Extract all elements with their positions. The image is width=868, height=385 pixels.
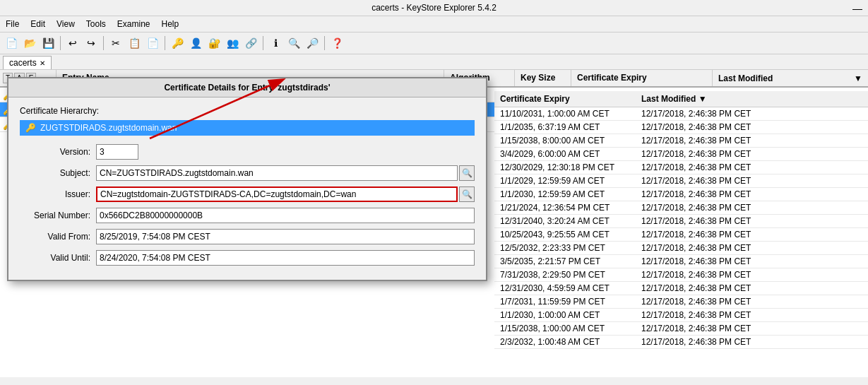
help-button[interactable]: ❓	[328, 35, 345, 52]
right-data-row[interactable]: 12/5/2032, 2:23:33 PM CET12/17/2018, 2:4…	[494, 242, 868, 255]
col-header-expiry[interactable]: Certificate Expiry	[571, 70, 713, 86]
right-expiry-cell: 7/31/2038, 2:29:50 PM CET	[500, 270, 641, 280]
undo-button[interactable]: ↩	[64, 35, 81, 52]
key-pair-button[interactable]: 🔑	[169, 35, 186, 52]
menu-tools[interactable]: Tools	[83, 18, 109, 30]
right-expiry-cell: 1/7/2031, 11:59:59 PM CET	[500, 297, 641, 307]
serial-input[interactable]	[96, 208, 475, 223]
cert-button[interactable]: 🔐	[206, 35, 222, 52]
right-expiry-cell: 1/1/2029, 12:59:59 AM CET	[500, 176, 641, 186]
zoom-button[interactable]: 🔍	[285, 35, 302, 52]
right-data-row[interactable]: 12/31/2030, 4:59:59 AM CET12/17/2018, 2:…	[494, 282, 868, 295]
issuer-input[interactable]	[96, 186, 458, 202]
right-modified-cell: 12/17/2018, 2:46:38 PM CET	[641, 310, 862, 320]
menu-help[interactable]: Help	[159, 18, 182, 30]
right-modified-cell: 12/17/2018, 2:46:38 PM CET	[641, 243, 862, 253]
paste-button[interactable]: 📄	[144, 35, 161, 52]
right-data-row[interactable]: 7/31/2038, 2:29:50 PM CET12/17/2018, 2:4…	[494, 268, 868, 282]
toolbar-separator-4	[263, 36, 263, 50]
menu-examine[interactable]: Examine	[114, 18, 153, 30]
serial-label: Serial Number:	[20, 211, 90, 220]
right-expiry-cell: 3/5/2035, 2:21:57 PM CET	[500, 256, 641, 266]
right-data-row[interactable]: 1/1/2035, 6:37:19 AM CET12/17/2018, 2:46…	[494, 121, 868, 134]
right-data-row[interactable]: 1/1/2030, 1:00:00 AM CET12/17/2018, 2:46…	[494, 309, 868, 322]
issuer-label: Issuer:	[20, 189, 90, 199]
open-button[interactable]: 📂	[21, 35, 38, 52]
right-modified-cell: 12/17/2018, 2:46:38 PM CET	[641, 189, 862, 199]
right-data-row[interactable]: 3/5/2035, 2:21:57 PM CET12/17/2018, 2:46…	[494, 255, 868, 268]
version-input[interactable]	[96, 144, 138, 160]
valid-until-row: Valid Until:	[20, 250, 475, 266]
info-button[interactable]: ℹ	[267, 35, 284, 52]
tab-label: cacerts	[9, 58, 37, 68]
right-expiry-cell: 2/3/2032, 1:00:48 AM CET	[500, 337, 641, 347]
right-modified-cell: 12/17/2018, 2:46:38 PM CET	[641, 136, 862, 146]
new-button[interactable]: 📄	[3, 35, 20, 52]
subject-input[interactable]	[96, 165, 458, 181]
right-expiry-cell: 1/15/2038, 8:00:00 AM CET	[500, 136, 641, 146]
col-header-keysize[interactable]: Key Size	[515, 70, 571, 86]
menu-edit[interactable]: Edit	[28, 18, 48, 30]
cert-tree: 🔑 ZUGTSTDIRADS.zugtstdomain.wan	[20, 120, 475, 136]
right-data-row[interactable]: 1/1/2029, 12:59:59 AM CET12/17/2018, 2:4…	[494, 174, 868, 188]
col-header-modified[interactable]: Last Modified ▼	[713, 70, 868, 86]
right-data-row[interactable]: 1/21/2024, 12:36:54 PM CET12/17/2018, 2:…	[494, 201, 868, 215]
cert-tree-item[interactable]: 🔑 ZUGTSTDIRADS.zugtstdomain.wan	[20, 120, 475, 136]
save-button[interactable]: 💾	[40, 35, 57, 52]
right-modified-cell: 12/17/2018, 2:46:38 PM CET	[641, 324, 862, 333]
right-modified-cell: 12/17/2018, 2:46:38 PM CET	[641, 297, 862, 307]
right-data-row[interactable]: 1/7/2031, 11:59:59 PM CET12/17/2018, 2:4…	[494, 295, 868, 309]
dialog-title: Certificate Details for Entry 'zugtstdir…	[8, 78, 486, 97]
toolbar-separator-5	[324, 36, 325, 50]
right-expiry-cell: 12/31/2030, 4:59:59 AM CET	[500, 283, 641, 293]
subject-row: Subject: 🔍	[20, 165, 475, 181]
main-area: T A E Entry Name Algorithm Key Size Cert…	[0, 70, 868, 377]
right-data-row[interactable]: 11/10/2031, 1:00:00 AM CET12/17/2018, 2:…	[494, 107, 868, 121]
right-panel: Certificate Expiry Last Modified ▼ 11/10…	[494, 91, 868, 377]
menu-file[interactable]: File	[3, 18, 22, 30]
subject-label: Subject:	[20, 168, 90, 178]
right-data-row[interactable]: 2/3/2032, 1:00:48 AM CET12/17/2018, 2:46…	[494, 336, 868, 349]
right-expiry-cell: 3/4/2029, 6:00:00 AM CET	[500, 149, 641, 159]
issuer-field-group: 🔍	[96, 186, 475, 202]
menu-view[interactable]: View	[54, 18, 78, 30]
right-data-row[interactable]: 1/15/2038, 1:00:00 AM CET12/17/2018, 2:4…	[494, 322, 868, 336]
right-modified-cell: 12/17/2018, 2:46:38 PM CET	[641, 176, 862, 186]
subject-detail-button[interactable]: 🔍	[459, 165, 475, 181]
right-modified-header: Last Modified ▼	[641, 94, 862, 104]
right-modified-cell: 12/17/2018, 2:46:38 PM CET	[641, 109, 862, 119]
redo-button[interactable]: ↪	[83, 35, 100, 52]
right-data-row[interactable]: 1/1/2030, 12:59:59 AM CET12/17/2018, 2:4…	[494, 188, 868, 201]
tab-close-button[interactable]: ✕	[40, 59, 45, 67]
copy-button[interactable]: 📋	[126, 35, 143, 52]
right-data-row[interactable]: 3/4/2029, 6:00:00 AM CET12/17/2018, 2:46…	[494, 148, 868, 161]
cert-details-dialog: Certificate Details for Entry 'zugtstdir…	[7, 77, 487, 281]
right-data-rows: 11/10/2031, 1:00:00 AM CET12/17/2018, 2:…	[494, 107, 868, 349]
group-button[interactable]: 👥	[224, 35, 241, 52]
hierarchy-label: Certificate Hierarchy:	[20, 106, 475, 116]
issuer-row: Issuer: 🔍	[20, 186, 475, 202]
right-expiry-cell: 1/15/2038, 1:00:00 AM CET	[500, 324, 641, 333]
right-data-row[interactable]: 12/30/2029, 12:30:18 PM CET12/17/2018, 2…	[494, 161, 868, 174]
right-data-row[interactable]: 12/31/2040, 3:20:24 AM CET12/17/2018, 2:…	[494, 215, 868, 228]
minimize-button[interactable]: —	[852, 3, 862, 14]
user-button[interactable]: 👤	[187, 35, 204, 52]
cut-button[interactable]: ✂	[107, 35, 124, 52]
right-modified-cell: 12/17/2018, 2:46:38 PM CET	[641, 149, 862, 159]
subject-field-group: 🔍	[96, 165, 475, 181]
cacerts-tab[interactable]: cacerts ✕	[3, 56, 52, 69]
right-expiry-cell: 12/30/2029, 12:30:18 PM CET	[500, 162, 641, 172]
right-data-row[interactable]: 1/15/2038, 8:00:00 AM CET12/17/2018, 2:4…	[494, 134, 868, 148]
right-modified-cell: 12/17/2018, 2:46:38 PM CET	[641, 256, 862, 266]
link-button[interactable]: 🔗	[242, 35, 259, 52]
right-modified-cell: 12/17/2018, 2:46:38 PM CET	[641, 162, 862, 172]
right-expiry-header: Certificate Expiry	[500, 94, 641, 104]
valid-from-input[interactable]	[96, 229, 475, 244]
issuer-detail-button[interactable]: 🔍	[459, 186, 475, 202]
right-data-row[interactable]: 10/25/2043, 9:25:55 AM CET12/17/2018, 2:…	[494, 228, 868, 242]
valid-until-input[interactable]	[96, 250, 475, 266]
search-button[interactable]: 🔎	[304, 35, 321, 52]
right-expiry-cell: 1/21/2024, 12:36:54 PM CET	[500, 203, 641, 213]
right-expiry-cell: 1/1/2035, 6:37:19 AM CET	[500, 122, 641, 132]
title-bar: cacerts - KeyStore Explorer 5.4.2 —	[0, 0, 868, 16]
